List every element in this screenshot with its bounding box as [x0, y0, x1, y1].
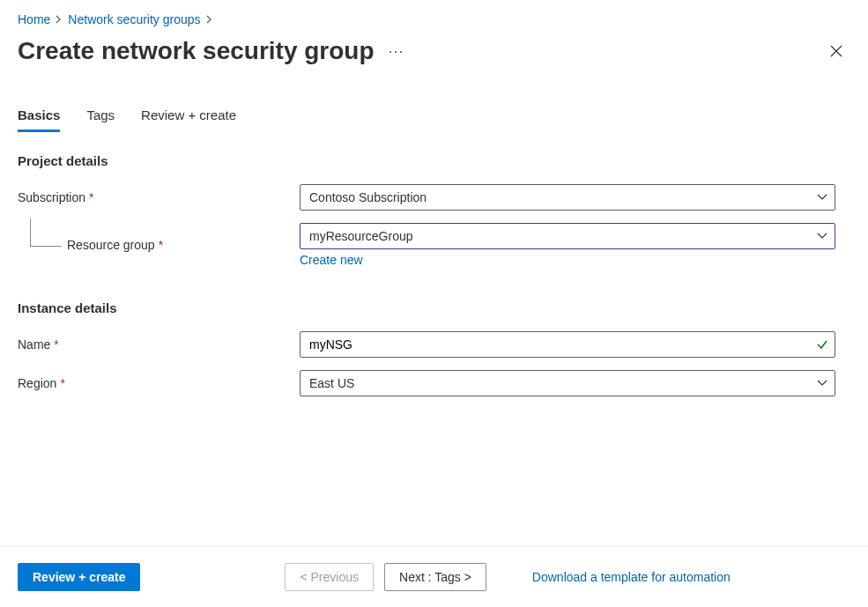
resource-group-row: Resource group * myResourceGroup Create … [18, 223, 850, 267]
create-new-resource-group-link[interactable]: Create new [300, 253, 363, 267]
subscription-row: Subscription * Contoso Subscription [18, 184, 850, 211]
page-title: Create network security group [18, 37, 375, 65]
region-label: Region [18, 376, 56, 390]
required-marker: * [89, 190, 93, 204]
more-options-button[interactable]: ··· [389, 42, 404, 61]
breadcrumb-network-security-groups[interactable]: Network security groups [68, 12, 200, 26]
chevron-down-icon [817, 233, 827, 240]
section-heading-project-details: Project details [18, 153, 850, 168]
resource-group-dropdown[interactable]: myResourceGroup [300, 223, 835, 249]
breadcrumb-home[interactable]: Home [18, 12, 50, 26]
close-button[interactable] [822, 37, 850, 65]
close-icon [830, 45, 842, 57]
name-input[interactable] [300, 331, 835, 358]
tab-tags[interactable]: Tags [86, 107, 115, 132]
previous-button: < Previous [285, 563, 374, 591]
resource-group-label: Resource group [67, 238, 155, 252]
checkmark-icon [816, 338, 828, 351]
region-dropdown[interactable]: East US [300, 370, 835, 396]
name-row: Name * [18, 331, 850, 358]
region-value: East US [309, 376, 354, 390]
tab-bar: Basics Tags Review + create [18, 107, 850, 132]
required-marker: * [159, 238, 163, 252]
section-project-details: Project details Subscription * Contoso S… [18, 153, 850, 267]
chevron-down-icon [817, 194, 827, 201]
subscription-label: Subscription [18, 190, 85, 204]
tab-basics[interactable]: Basics [18, 107, 60, 132]
footer-action-bar: Review + create < Previous Next : Tags >… [0, 546, 868, 607]
review-create-button[interactable]: Review + create [18, 563, 140, 591]
chevron-right-icon [56, 15, 63, 24]
tab-review-create[interactable]: Review + create [141, 107, 236, 132]
chevron-down-icon [817, 380, 827, 387]
section-heading-instance-details: Instance details [18, 300, 850, 315]
name-label: Name [18, 337, 50, 352]
chevron-right-icon [206, 15, 213, 24]
download-template-link[interactable]: Download a template for automation [532, 570, 731, 584]
section-instance-details: Instance details Name * Region * Ea [18, 300, 850, 396]
subscription-dropdown[interactable]: Contoso Subscription [300, 184, 835, 211]
breadcrumb: Home Network security groups [18, 12, 850, 26]
required-marker: * [54, 337, 58, 352]
region-row: Region * East US [18, 370, 850, 396]
required-marker: * [60, 376, 64, 390]
indent-bracket-icon [30, 218, 62, 247]
next-button[interactable]: Next : Tags > [384, 563, 486, 591]
subscription-value: Contoso Subscription [309, 190, 427, 204]
resource-group-value: myResourceGroup [309, 229, 413, 243]
